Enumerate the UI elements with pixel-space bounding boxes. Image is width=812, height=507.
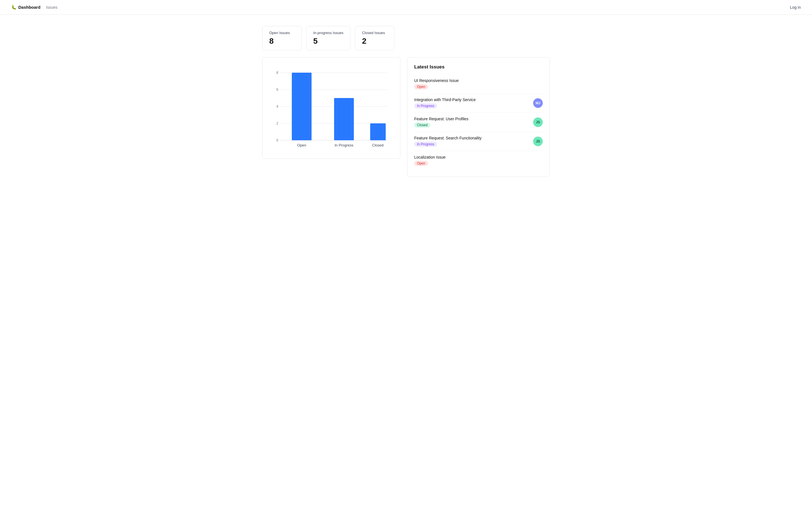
issue-item[interactable]: Feature Request: Search Functionality In… — [414, 132, 543, 151]
stat-card-open: Open Issues 8 — [262, 26, 302, 50]
issue-left: Feature Request: User Profiles Closed — [414, 117, 468, 128]
navbar: 🐛 Dashboard Issues Log in — [0, 0, 812, 15]
svg-text:4: 4 — [276, 105, 278, 108]
status-badge: In Progress — [414, 142, 437, 147]
stat-cards-row: Open Issues 8 In-progress Issues 5 Close… — [262, 26, 550, 50]
nav-issues-link[interactable]: Issues — [46, 5, 57, 10]
stat-closed-value: 2 — [362, 37, 388, 46]
bar-chart: 0 2 4 6 8 Open In Progress Closed — [269, 64, 393, 152]
svg-text:2: 2 — [276, 121, 278, 125]
issue-left: UI Responsiveness Issue Open — [414, 78, 459, 89]
status-badge: Closed — [414, 122, 430, 128]
chart-area: 0 2 4 6 8 Open In Progress Closed — [269, 64, 393, 152]
nav-login-button[interactable]: Log in — [790, 5, 801, 10]
issue-item[interactable]: Localization Issue Open — [414, 151, 543, 170]
nav-left: 🐛 Dashboard Issues — [11, 5, 57, 10]
issues-list: UI Responsiveness Issue Open Integration… — [414, 74, 543, 170]
issue-item[interactable]: Integration with Third-Party Service In … — [414, 94, 543, 113]
bar-inprogress — [334, 98, 354, 140]
svg-text:Open: Open — [297, 143, 306, 147]
stat-open-value: 8 — [269, 37, 295, 46]
stat-card-inprogress: In-progress Issues 5 — [306, 26, 350, 50]
avatar: JS — [533, 117, 543, 127]
issue-item[interactable]: UI Responsiveness Issue Open — [414, 74, 543, 94]
issue-name: Localization Issue — [414, 155, 446, 159]
stat-open-label: Open Issues — [269, 31, 295, 35]
issue-left: Integration with Third-Party Service In … — [414, 98, 476, 108]
latest-issues-title: Latest Issues — [414, 64, 543, 70]
svg-text:0: 0 — [276, 138, 278, 142]
main-content: Open Issues 8 In-progress Issues 5 Close… — [251, 15, 561, 188]
svg-text:8: 8 — [276, 71, 278, 75]
avatar: MJ — [533, 98, 543, 108]
issue-left: Localization Issue Open — [414, 155, 446, 166]
status-badge: In Progress — [414, 103, 437, 108]
nav-logo: 🐛 Dashboard — [11, 5, 40, 10]
avatar: JS — [533, 136, 543, 146]
issue-name: Feature Request: User Profiles — [414, 117, 468, 121]
content-row: 0 2 4 6 8 Open In Progress Closed — [262, 57, 550, 177]
issue-item[interactable]: Feature Request: User Profiles Closed JS — [414, 113, 543, 132]
issue-name: Feature Request: Search Functionality — [414, 136, 481, 140]
status-badge: Open — [414, 84, 428, 89]
stat-inprogress-value: 5 — [313, 37, 343, 46]
stat-inprogress-label: In-progress Issues — [313, 31, 343, 35]
chart-card: 0 2 4 6 8 Open In Progress Closed — [262, 57, 400, 159]
bar-closed — [370, 123, 386, 140]
issue-name: Integration with Third-Party Service — [414, 98, 476, 102]
latest-issues-card: Latest Issues UI Responsiveness Issue Op… — [407, 57, 550, 177]
stat-closed-label: Closed Issues — [362, 31, 388, 35]
nav-dashboard-label[interactable]: Dashboard — [18, 5, 40, 10]
svg-text:Closed: Closed — [372, 143, 384, 147]
issue-name: UI Responsiveness Issue — [414, 78, 459, 83]
issue-left: Feature Request: Search Functionality In… — [414, 136, 481, 147]
bar-open — [292, 73, 312, 140]
svg-text:In Progress: In Progress — [335, 143, 354, 147]
status-badge: Open — [414, 161, 428, 166]
stat-card-closed: Closed Issues 2 — [355, 26, 395, 50]
bug-icon: 🐛 — [11, 5, 17, 10]
svg-text:6: 6 — [276, 88, 278, 92]
